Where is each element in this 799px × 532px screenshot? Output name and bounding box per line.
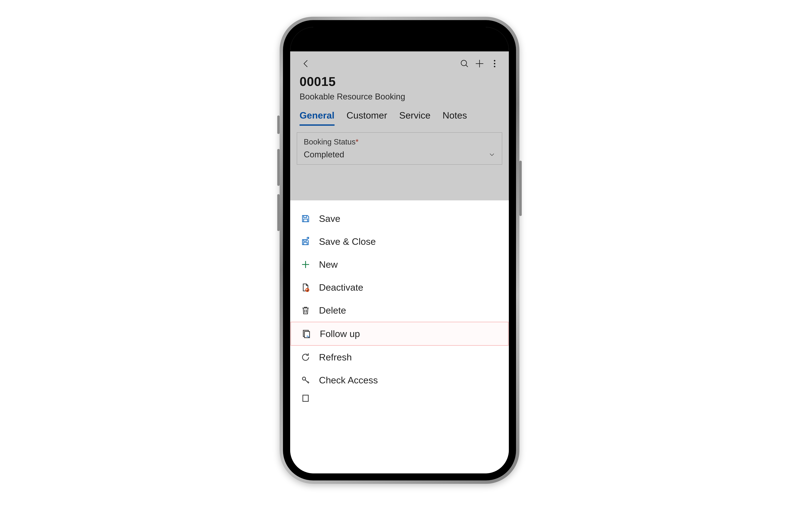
menu-check-access[interactable]: Check Access <box>290 368 509 392</box>
field-label-text: Booking Status <box>304 137 356 146</box>
deactivate-icon <box>300 282 311 293</box>
statusbar-pad <box>290 27 509 51</box>
tab-customer[interactable]: Customer <box>347 110 387 126</box>
volume-up-btn <box>277 149 280 186</box>
volume-down-btn <box>277 194 280 231</box>
save-icon <box>300 213 311 224</box>
menu-save-close[interactable]: Save & Close <box>290 230 509 253</box>
menu-item-truncated[interactable] <box>290 392 509 404</box>
back-button[interactable] <box>299 56 313 71</box>
trash-icon <box>300 305 311 316</box>
menu-label: Deactivate <box>319 282 363 293</box>
menu-label: New <box>319 259 338 270</box>
menu-follow-up[interactable]: Follow up <box>290 322 509 346</box>
tab-notes[interactable]: Notes <box>442 110 467 126</box>
menu-label: Follow up <box>320 328 360 339</box>
menu-label: Delete <box>319 305 346 316</box>
menu-label: Refresh <box>319 352 352 363</box>
mute-switch <box>277 115 280 134</box>
menu-deactivate[interactable]: Deactivate <box>290 276 509 299</box>
follow-up-icon <box>301 328 312 339</box>
svg-point-6 <box>494 66 495 67</box>
save-close-icon <box>300 236 311 247</box>
refresh-icon <box>300 352 311 363</box>
add-icon[interactable] <box>472 56 487 71</box>
plus-icon <box>300 259 311 270</box>
screen: 00015 Bookable Resource Booking General … <box>290 27 509 473</box>
page-title: 00015 <box>300 74 499 89</box>
menu-label: Save & Close <box>319 236 376 247</box>
tab-general[interactable]: General <box>300 110 335 126</box>
field-value-text: Completed <box>304 150 344 159</box>
svg-rect-20 <box>303 395 308 401</box>
required-marker: * <box>356 137 359 146</box>
svg-line-1 <box>466 65 468 67</box>
phone-bezel: 00015 Bookable Resource Booking General … <box>283 20 516 480</box>
svg-rect-9 <box>304 240 306 241</box>
svg-point-5 <box>494 63 495 64</box>
menu-label: Check Access <box>319 375 378 385</box>
power-btn <box>519 161 522 216</box>
generic-icon <box>300 393 311 404</box>
command-bar <box>290 51 509 73</box>
svg-rect-8 <box>304 219 307 222</box>
search-icon[interactable] <box>457 56 472 71</box>
menu-new[interactable]: New <box>290 253 509 276</box>
menu-label: Save <box>319 213 340 224</box>
menu-delete[interactable]: Delete <box>290 299 509 322</box>
tab-service[interactable]: Service <box>399 110 431 126</box>
field-booking-status[interactable]: Booking Status* Completed <box>297 132 502 165</box>
phone-frame: 00015 Bookable Resource Booking General … <box>280 17 519 484</box>
svg-point-19 <box>302 377 306 380</box>
svg-rect-7 <box>304 215 307 217</box>
menu-save[interactable]: Save <box>290 207 509 230</box>
key-icon <box>300 375 311 385</box>
svg-point-0 <box>461 60 467 66</box>
chevron-down-icon <box>489 151 495 158</box>
action-sheet: Save Save & Close <box>290 201 509 473</box>
svg-point-4 <box>494 60 495 61</box>
svg-rect-10 <box>304 242 307 245</box>
entity-name: Bookable Resource Booking <box>300 92 499 101</box>
more-icon[interactable] <box>487 56 502 71</box>
record-view: 00015 Bookable Resource Booking General … <box>290 51 509 201</box>
menu-refresh[interactable]: Refresh <box>290 346 509 368</box>
tab-bar: General Customer Service Notes <box>290 107 509 126</box>
